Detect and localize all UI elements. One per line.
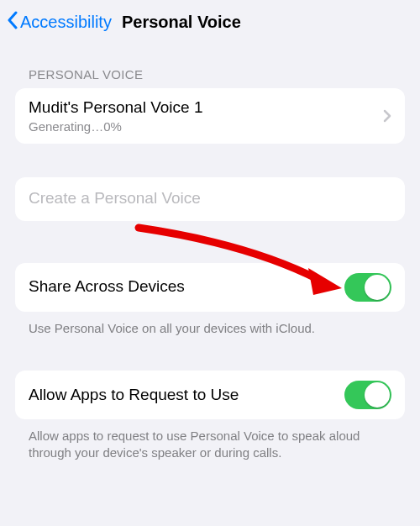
allow-apps-footer: Allow apps to request to use Personal Vo… [0,419,420,462]
group-share-across-devices: Share Across Devices [15,263,405,312]
share-across-devices-toggle[interactable] [344,273,391,302]
back-label: Accessibility [20,13,112,32]
group-create-voice: Create a Personal Voice [15,177,405,221]
chevron-right-icon [383,109,391,123]
back-button[interactable]: Accessibility [7,11,112,34]
group-allow-apps: Allow Apps to Request to Use [15,371,405,419]
page-title: Personal Voice [122,13,241,32]
create-personal-voice-row[interactable]: Create a Personal Voice [15,177,405,221]
chevron-left-icon [7,11,20,34]
share-across-devices-label: Share Across Devices [29,277,344,297]
group-personal-voice: Mudit's Personal Voice 1 Generating…0% [15,88,405,144]
personal-voice-status: Generating…0% [29,119,383,134]
section-header-personal-voice: PERSONAL VOICE [0,44,420,88]
personal-voice-row[interactable]: Mudit's Personal Voice 1 Generating…0% [15,88,405,144]
nav-bar: Accessibility Personal Voice [0,0,420,44]
personal-voice-title: Mudit's Personal Voice 1 [29,98,383,118]
allow-apps-row: Allow Apps to Request to Use [15,371,405,419]
share-across-devices-footer: Use Personal Voice on all your devices w… [0,312,420,337]
toggle-knob [365,382,390,408]
row-content: Allow Apps to Request to Use [29,386,344,405]
row-content: Create a Personal Voice [29,189,391,208]
toggle-knob [365,275,390,300]
create-personal-voice-label: Create a Personal Voice [29,189,391,208]
share-across-devices-row: Share Across Devices [15,263,405,312]
row-content: Share Across Devices [29,277,344,297]
row-content: Mudit's Personal Voice 1 Generating…0% [29,98,383,134]
allow-apps-label: Allow Apps to Request to Use [29,386,344,405]
allow-apps-toggle[interactable] [344,381,391,409]
